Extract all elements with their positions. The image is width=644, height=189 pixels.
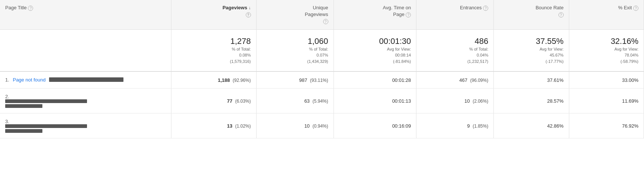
row3-page-col: 3. <box>0 113 171 138</box>
row1-avg-time: 00:01:28 <box>334 71 416 89</box>
summary-bounce-rate: 37.55% Avg for View: 45.67% (-17.77%) <box>494 29 569 71</box>
summary-avg-time: 00:01:30 Avg for View: 00:08:14 (-81.84%… <box>334 29 416 71</box>
bounce-rate-help-icon[interactable]: ? <box>558 12 564 17</box>
summary-pageviews-sub: % of Total: 0.08% (1,579,316) <box>177 46 251 65</box>
row3-num: 3. <box>5 119 9 124</box>
row3-page-redacted <box>5 124 166 133</box>
row2-page-redacted-line1 <box>5 99 166 108</box>
summary-exit-main: 32.16% <box>574 36 638 46</box>
row2-exit: 11.69% <box>569 89 644 113</box>
summary-entrances-main: 486 <box>422 36 488 46</box>
bounce-rate-label: Bounce Rate <box>535 5 563 10</box>
summary-unique-main: 1,060 <box>262 36 328 46</box>
row2-unique: 63 (5.94%) <box>256 89 334 113</box>
row3-pageviews: 13 (1.02%) <box>171 113 256 138</box>
row1-bar-container <box>49 77 123 83</box>
row1-unique-pct: (93.11%) <box>310 78 328 83</box>
table-row: 3. 13 (1.02%) 10 (0.94%) 00:16:09 9 (1.8… <box>0 113 644 138</box>
page-title-label: Page Title <box>5 5 27 10</box>
row2-unique-main: 63 <box>304 98 309 104</box>
row3-entrances: 9 (1.85%) <box>416 113 494 138</box>
summary-entrances: 486 % of Total: 0.04% (1,232,517) <box>416 29 494 71</box>
row1-bounce: 37.61% <box>494 71 569 89</box>
avg-time-help-icon[interactable]: ? <box>406 12 411 17</box>
pageviews-help-icon[interactable]: ? <box>246 12 251 17</box>
page-title-help-icon[interactable]: ? <box>28 6 33 11</box>
row3-unique-pct: (0.94%) <box>312 124 328 129</box>
summary-bounce-sub: Avg for View: 45.67% (-17.77%) <box>499 46 563 65</box>
table-row: 2. 77 (6.03%) 63 (5.94%) 00:01:13 10 (2.… <box>0 89 644 113</box>
summary-exit-sub: Avg for View: 78.04% (-58.79%) <box>574 46 638 65</box>
unique-pageviews-label: UniquePageviews <box>305 5 328 17</box>
row3-avg-time: 00:16:09 <box>334 113 416 138</box>
row1-bar <box>49 77 123 82</box>
row1-entrances-pct: (96.09%) <box>470 78 489 83</box>
row3-pageviews-pct: (1.02%) <box>235 124 251 129</box>
row2-page-col: 2. <box>0 89 171 113</box>
col-header-pageviews: Pageviews ↓ ? <box>171 0 256 29</box>
row3-unique-main: 10 <box>304 123 309 129</box>
row1-entrances: 467 (96.09%) <box>416 71 494 89</box>
summary-avg-time-main: 00:01:30 <box>339 36 411 46</box>
row3-bounce: 42.86% <box>494 113 569 138</box>
entrances-help-icon[interactable]: ? <box>483 6 488 11</box>
row1-exit: 33.00% <box>569 71 644 89</box>
row1-num: 1. <box>5 77 9 83</box>
row3-pageviews-main: 13 <box>227 123 232 129</box>
col-header-entrances: Entrances ? <box>416 0 494 29</box>
summary-entrances-sub: % of Total: 0.04% (1,232,517) <box>422 46 488 65</box>
row2-entrances-main: 10 <box>464 98 470 104</box>
sort-down-icon[interactable]: ↓ <box>249 5 251 11</box>
summary-pageviews-main: 1,278 <box>177 36 251 46</box>
row1-pageviews: 1,188 (92.96%) <box>171 71 256 89</box>
col-header-bounce-rate: Bounce Rate ? <box>494 0 569 29</box>
summary-row: 1,278 % of Total: 0.08% (1,579,316) 1,06… <box>0 29 644 71</box>
row2-pageviews-pct: (6.03%) <box>235 99 251 104</box>
entrances-label: Entrances <box>460 5 482 10</box>
summary-unique-sub: % of Total: 0.07% (1,434,329) <box>262 46 328 65</box>
row3-unique: 10 (0.94%) <box>256 113 334 138</box>
row2-num: 2. <box>5 94 9 99</box>
row3-entrances-pct: (1.85%) <box>473 124 488 129</box>
row1-page-link[interactable]: Page not found <box>13 77 45 83</box>
exit-help-icon[interactable]: ? <box>633 6 638 11</box>
row2-bounce: 28.57% <box>494 89 569 113</box>
col-header-page-title: Page Title ? <box>0 0 171 29</box>
row3-exit: 76.92% <box>569 113 644 138</box>
exit-label: % Exit <box>618 5 632 10</box>
summary-avg-time-sub: Avg for View: 00:08:14 (-81.84%) <box>339 46 411 65</box>
col-header-avg-time: Avg. Time onPage ? <box>334 0 416 29</box>
col-header-exit: % Exit ? <box>569 0 644 29</box>
summary-bounce-main: 37.55% <box>499 36 563 46</box>
summary-pageviews: 1,278 % of Total: 0.08% (1,579,316) <box>171 29 256 71</box>
row1-unique-main: 987 <box>299 77 307 83</box>
unique-pageviews-help-icon[interactable]: ? <box>323 19 328 24</box>
row1-pageviews-pct: (92.96%) <box>233 78 251 83</box>
row1-page-col: 1. Page not found <box>0 71 171 89</box>
row2-avg-time: 00:01:13 <box>334 89 416 113</box>
pageviews-label: Pageviews <box>222 5 247 10</box>
summary-exit: 32.16% Avg for View: 78.04% (-58.79%) <box>569 29 644 71</box>
row2-entrances: 10 (2.06%) <box>416 89 494 113</box>
summary-unique-pageviews: 1,060 % of Total: 0.07% (1,434,329) <box>256 29 334 71</box>
row2-pageviews: 77 (6.03%) <box>171 89 256 113</box>
summary-page-col <box>0 29 171 71</box>
row2-entrances-pct: (2.06%) <box>473 99 488 104</box>
table-row: 1. Page not found 1,188 (92.96%) 987 (93… <box>0 71 644 89</box>
row2-unique-pct: (5.94%) <box>312 99 328 104</box>
row2-pageviews-main: 77 <box>227 98 232 104</box>
row3-entrances-main: 9 <box>467 123 470 129</box>
row1-pageviews-main: 1,188 <box>218 77 230 83</box>
row1-entrances-main: 467 <box>459 77 467 83</box>
row1-unique: 987 (93.11%) <box>256 71 334 89</box>
col-header-unique-pageviews: UniquePageviews ? <box>256 0 334 29</box>
